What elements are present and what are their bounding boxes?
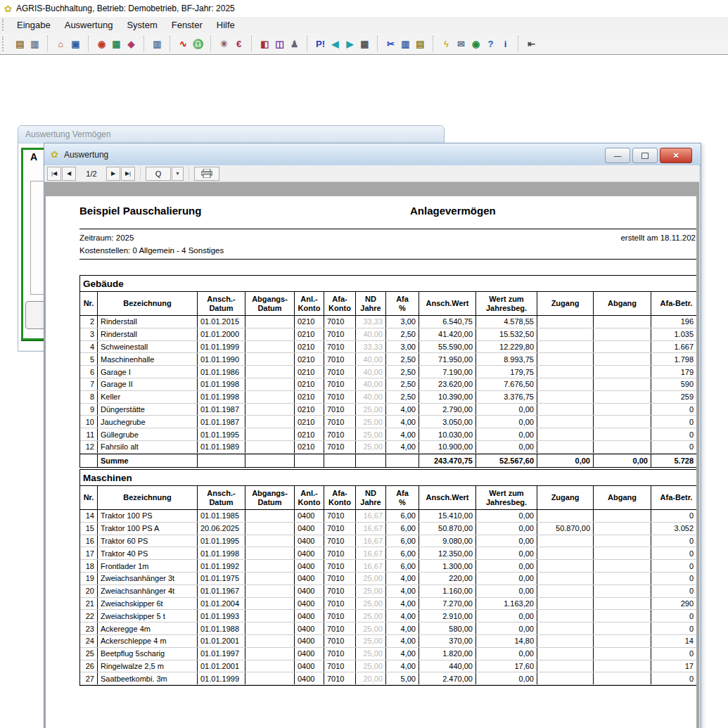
table-cell: 0,00 bbox=[476, 510, 537, 522]
cut-icon[interactable]: ✂ bbox=[383, 37, 398, 51]
copy-pages-icon[interactable]: ▥ bbox=[150, 37, 165, 51]
table-cell: 0 bbox=[651, 428, 696, 440]
table-cell: 0 bbox=[651, 622, 696, 634]
table-cell: 12 bbox=[80, 441, 98, 453]
diskette-icon[interactable]: ▦ bbox=[357, 37, 372, 51]
report-section-title: Anlagevermögen bbox=[410, 205, 496, 217]
info-icon[interactable]: i bbox=[498, 37, 513, 51]
zoom-dropdown-button[interactable]: ▼ bbox=[172, 167, 184, 181]
table-cell: 7010 bbox=[324, 366, 356, 378]
table-cell: 0,00 bbox=[594, 454, 651, 467]
table-cell: 40,00 bbox=[356, 378, 386, 390]
euro-sack-icon[interactable]: € bbox=[231, 37, 246, 51]
first-page-button[interactable]: |◀ bbox=[47, 167, 61, 181]
tractor-icon[interactable]: ◉ bbox=[94, 37, 109, 51]
table-cell bbox=[537, 672, 594, 684]
table-cell: 15 bbox=[80, 523, 98, 535]
tv-cart-icon[interactable]: ◧ bbox=[257, 37, 272, 51]
table-cell bbox=[245, 510, 295, 522]
table-cell: 179,75 bbox=[476, 366, 537, 378]
table-cell: 4,00 bbox=[386, 585, 419, 597]
mail-print-icon[interactable]: ✉ bbox=[454, 37, 468, 51]
minimize-button[interactable]: — bbox=[605, 148, 630, 163]
table-icon[interactable]: ▦ bbox=[109, 37, 124, 51]
book-prev-icon[interactable]: ◀ bbox=[328, 37, 343, 51]
table-cell: 5 bbox=[80, 353, 98, 365]
menu-item-auswertung[interactable]: Auswertung bbox=[58, 18, 120, 32]
table-cell: 4,00 bbox=[386, 404, 419, 416]
screen: ✿ AGRIS-Buchhaltung, Betrieb: Demobetrie… bbox=[0, 0, 728, 728]
gebaeude-table: GebäudeNr.BezeichnungAnsch.- DatumAbgang… bbox=[79, 275, 696, 468]
table-cell: 40,00 bbox=[356, 328, 386, 340]
column-header: Ansch.Wert bbox=[419, 486, 476, 509]
globe-icon[interactable]: ◉ bbox=[468, 37, 483, 51]
menu-item-fenster[interactable]: Fenster bbox=[165, 18, 210, 32]
table-cell: Traktor 40 PS bbox=[98, 547, 198, 559]
table-cell: Rinderstall bbox=[98, 328, 198, 340]
table-cell: 0210 bbox=[295, 391, 324, 403]
table-row: 24Ackerschleppe 4 m01.01.20010400701025,… bbox=[80, 635, 696, 648]
table-cell: 11 bbox=[80, 428, 98, 440]
table-cell bbox=[594, 622, 651, 634]
printer-book-icon[interactable]: ▣ bbox=[68, 37, 83, 51]
column-header: Nr. bbox=[80, 486, 98, 509]
print-button[interactable] bbox=[194, 167, 219, 181]
journal-edit-icon[interactable]: ▤ bbox=[13, 37, 27, 51]
menu-item-hilfe[interactable]: Hilfe bbox=[210, 18, 242, 32]
table-cell: 4,00 bbox=[386, 610, 419, 622]
page-icon[interactable]: ▥ bbox=[27, 37, 42, 51]
zoom-button[interactable]: Q bbox=[146, 167, 171, 181]
table-cell: 16,67 bbox=[356, 523, 386, 535]
auswertung-window: ✿ Auswertung — ✕ |◀ ◀ 1/2 ▶ ▶| Q ▼ bbox=[44, 143, 701, 728]
project-icon[interactable]: P! bbox=[313, 37, 328, 51]
table-cell: 15.410,00 bbox=[419, 510, 476, 522]
table-cell: 01.01.1987 bbox=[198, 404, 245, 416]
globe-help-icon[interactable]: ? bbox=[483, 37, 498, 51]
table-cell: 0,00 bbox=[476, 672, 537, 684]
app-titlebar: ✿ AGRIS-Buchhaltung, Betrieb: Demobetrie… bbox=[0, 0, 728, 17]
table-cell: 7010 bbox=[324, 441, 356, 453]
table-cell: 7.270,00 bbox=[419, 598, 476, 610]
table-cell: 40,00 bbox=[356, 391, 386, 403]
scales-icon[interactable]: ♎ bbox=[191, 37, 205, 51]
book-next-icon[interactable]: ▶ bbox=[343, 37, 357, 51]
table-cell: Ringelwalze 2,5 m bbox=[98, 660, 198, 672]
exit-door-icon[interactable]: ⇤ bbox=[524, 37, 539, 51]
last-page-button[interactable]: ▶| bbox=[121, 167, 135, 181]
table-row: 2Rinderstall01.01.20150210701033,333,006… bbox=[80, 316, 696, 328]
table-row: 4Schweinestall01.01.19990210701033,333,0… bbox=[80, 341, 696, 354]
menu-item-eingabe[interactable]: Eingabe bbox=[10, 18, 58, 32]
prev-page-button[interactable]: ◀ bbox=[62, 167, 76, 181]
columns-icon[interactable]: ◫ bbox=[272, 37, 287, 51]
table-cell: 0400 bbox=[295, 547, 324, 559]
window-titlebar[interactable]: ✿ Auswertung — ✕ bbox=[44, 143, 701, 166]
table-cell: 01.01.1995 bbox=[198, 535, 245, 547]
table-cell: 6,00 bbox=[386, 535, 419, 547]
table-cell bbox=[594, 547, 651, 559]
table-cell: 3.376,75 bbox=[476, 391, 537, 403]
copy-icon[interactable]: ▥ bbox=[398, 37, 413, 51]
app-title: AGRIS-Buchhaltung, Betrieb: Demobetrieb,… bbox=[16, 4, 235, 13]
table-cell bbox=[537, 598, 594, 610]
table-cell bbox=[245, 428, 295, 440]
next-page-button[interactable]: ▶ bbox=[106, 167, 120, 181]
table-cell: Keller bbox=[98, 391, 198, 403]
close-button[interactable]: ✕ bbox=[660, 148, 692, 163]
machine-icon[interactable]: ✳ bbox=[217, 37, 231, 51]
lightning-icon[interactable]: ϟ bbox=[439, 37, 454, 51]
table-cell bbox=[245, 316, 295, 328]
table-cell bbox=[594, 341, 651, 353]
menu-item-system[interactable]: System bbox=[120, 18, 164, 32]
background-window-titlebar[interactable]: Auswertung Vermögen bbox=[18, 126, 444, 143]
people-icon[interactable]: ♟ bbox=[287, 37, 302, 51]
house-icon[interactable]: ⌂ bbox=[53, 37, 68, 51]
paste-icon[interactable]: ▤ bbox=[413, 37, 428, 51]
column-header: Wert zum Jahresbeg. bbox=[476, 292, 537, 315]
table-cell: 25,00 bbox=[356, 598, 386, 610]
table-cell: 6,00 bbox=[386, 523, 419, 535]
restore-button[interactable] bbox=[632, 148, 658, 163]
chart-line-icon[interactable]: ∿ bbox=[176, 37, 191, 51]
table-row: 16Traktor 60 PS01.01.19950400701016,676,… bbox=[80, 535, 696, 548]
toolbar-separator bbox=[170, 36, 171, 51]
money-sack-icon[interactable]: ◆ bbox=[124, 37, 139, 51]
